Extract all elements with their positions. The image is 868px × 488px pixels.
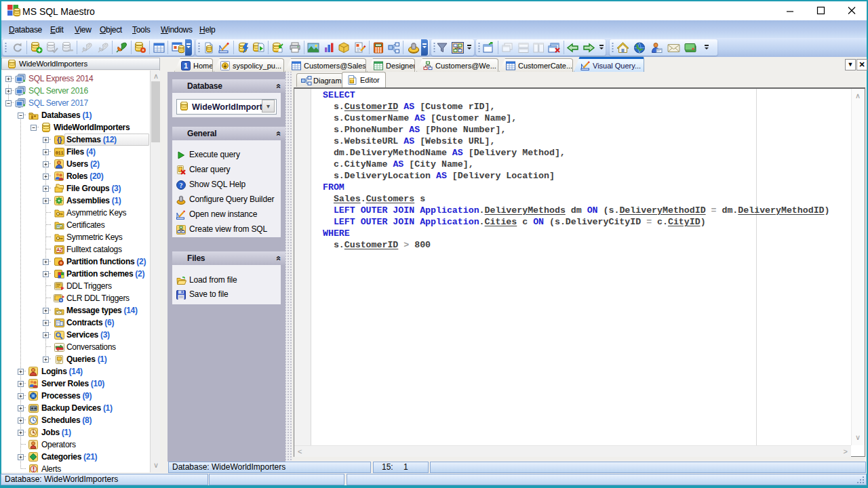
svg-text:{}: {} [56,136,62,144]
svg-text:?: ? [180,182,183,189]
svg-text:011: 011 [55,150,63,155]
svg-text:AZ: AZ [56,247,63,252]
svg-text:1: 1 [184,62,188,70]
